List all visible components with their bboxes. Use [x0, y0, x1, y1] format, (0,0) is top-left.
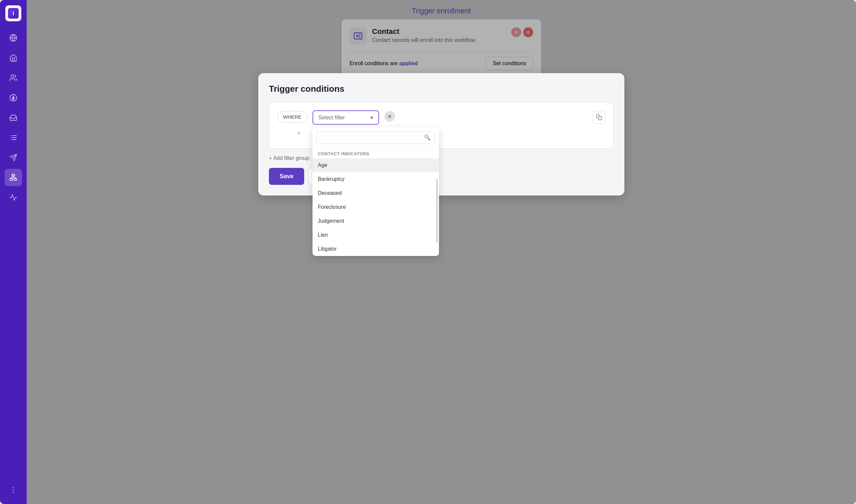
svg-point-13	[13, 487, 14, 488]
people-icon	[9, 74, 17, 82]
dropdown-item-age[interactable]: Age	[312, 158, 439, 172]
svg-point-15	[13, 492, 14, 493]
trigger-conditions-modal: Trigger conditions WHERE Select filter ▾	[258, 73, 624, 196]
close-filter-button[interactable]: ✕	[384, 111, 395, 122]
sidebar-item-more[interactable]	[5, 481, 22, 499]
logo-icon: i	[8, 8, 19, 19]
copy-button[interactable]	[593, 111, 605, 124]
svg-point-2	[11, 75, 14, 77]
sidebar-item-inbox[interactable]	[5, 109, 22, 126]
select-filter-label: Select filter	[319, 115, 345, 121]
sidebar-item-home[interactable]	[5, 49, 22, 67]
inbox-icon	[9, 114, 17, 122]
filter-dropdown: 🔍 CONTACT INDICATORS Age Bankruptcy Dece…	[312, 127, 439, 256]
list-icon	[9, 134, 17, 142]
save-button[interactable]: Save	[269, 168, 304, 185]
select-filter-button[interactable]: Select filter ▾	[312, 110, 379, 125]
dropdown-item-lien[interactable]: Lien	[312, 228, 439, 242]
sidebar-item-people[interactable]	[5, 69, 22, 87]
sidebar-item-globe[interactable]	[5, 29, 22, 47]
chevron-down-icon: ▾	[371, 114, 373, 121]
add-filter-group-label: + Add filter group	[269, 155, 309, 161]
modal-title: Trigger conditions	[269, 84, 614, 94]
dropdown-search-area: 🔍	[312, 127, 439, 148]
dollar-icon	[9, 94, 17, 102]
sidebar-item-dollar[interactable]	[5, 89, 22, 106]
app-logo[interactable]: i	[5, 5, 21, 21]
modal-overlay: Trigger conditions WHERE Select filter ▾	[27, 0, 856, 504]
filter-search-input[interactable]	[321, 134, 421, 140]
dropdown-item-bankruptcy[interactable]: Bankruptcy	[312, 172, 439, 186]
dropdown-section-label: CONTACT INDICATORS	[312, 148, 439, 158]
sidebar-item-org[interactable]	[5, 169, 22, 186]
sidebar-item-megaphone[interactable]	[5, 149, 22, 166]
svg-point-14	[13, 490, 14, 491]
where-row: WHERE Select filter ▾ 🔍	[277, 110, 605, 125]
main-content: Trigger enrollment Contact Contact recor…	[27, 0, 856, 504]
svg-rect-17	[598, 117, 602, 120]
conditions-area: WHERE Select filter ▾ 🔍	[269, 102, 614, 149]
dropdown-scrollbar[interactable]	[436, 179, 438, 244]
megaphone-icon	[9, 154, 17, 162]
filter-select-container: Select filter ▾ 🔍 CONTACT INDI	[312, 110, 379, 125]
search-icon: 🔍	[424, 134, 431, 141]
copy-button-wrapper	[593, 110, 605, 124]
dropdown-item-judgement[interactable]: Judgement	[312, 214, 439, 228]
search-input-wrapper: 🔍	[316, 131, 435, 144]
where-badge: WHERE	[277, 111, 307, 123]
home-icon	[9, 54, 17, 62]
copy-icon	[596, 114, 602, 120]
sidebar-item-chart[interactable]	[5, 189, 22, 206]
more-icon	[9, 486, 17, 494]
dropdown-item-litigator[interactable]: Litigator	[312, 242, 439, 256]
chart-icon	[9, 194, 17, 201]
dropdown-item-foreclosure[interactable]: Foreclosure	[312, 200, 439, 214]
sidebar: i	[0, 0, 27, 504]
globe-icon	[9, 34, 17, 42]
org-icon	[9, 174, 17, 181]
dropdown-item-deceased[interactable]: Deceased	[312, 186, 439, 200]
sidebar-item-list[interactable]	[5, 129, 22, 146]
